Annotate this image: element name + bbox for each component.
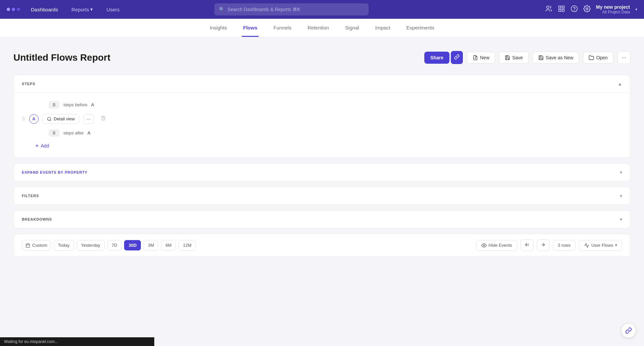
search-bar[interactable]: 🔍	[214, 3, 369, 15]
steps-before-count: 0	[49, 101, 59, 109]
steps-after-label: steps after A	[63, 130, 91, 135]
grid-icon[interactable]	[558, 5, 565, 14]
report-header: Untitled Flows Report Share New Save	[13, 51, 631, 64]
expand-events-header[interactable]: EXPAND EVENTS BY PROPERTY ▾	[14, 164, 630, 181]
user-flows-button[interactable]: User Flows ▾	[579, 240, 622, 251]
filters-header[interactable]: FILTERS ▾	[14, 187, 630, 205]
share-link-button[interactable]	[451, 51, 463, 64]
main-content: Untitled Flows Report Share New Save	[0, 38, 644, 269]
steps-section-title: STEPS	[22, 82, 35, 86]
steps-after-row: 0 steps after A	[22, 126, 622, 139]
nav-reports[interactable]: Reports ▾	[69, 5, 96, 14]
svg-point-0	[546, 6, 549, 8]
tab-impact[interactable]: Impact	[374, 19, 392, 37]
settings-icon[interactable]	[583, 5, 591, 14]
30d-button[interactable]: 30D	[124, 240, 141, 250]
arrow-right-button[interactable]	[537, 239, 549, 251]
open-button[interactable]: Open	[583, 52, 613, 64]
6m-button[interactable]: 6M	[161, 240, 176, 250]
right-controls: Hide Events 3 rows User Flows ▾	[476, 239, 622, 251]
12m-button[interactable]: 12M	[178, 240, 196, 250]
tab-flows[interactable]: Flows	[242, 19, 259, 37]
step-delete-button[interactable]	[98, 114, 109, 124]
steps-before-row: 0 steps before A	[22, 98, 622, 111]
steps-content: 0 steps before A ⠿ A Detail view ···	[14, 93, 630, 158]
search-input[interactable]	[227, 7, 364, 12]
yesterday-button[interactable]: Yesterday	[77, 240, 105, 250]
add-step-button[interactable]: + Add	[22, 141, 622, 151]
new-button[interactable]: New	[467, 52, 495, 64]
breakdowns-panel: BREAKDOWNS ▾	[13, 210, 631, 228]
save-button[interactable]: Save	[499, 52, 529, 64]
arrow-left-button[interactable]	[521, 239, 533, 251]
tab-signal[interactable]: Signal	[344, 19, 361, 37]
help-icon[interactable]	[571, 5, 578, 14]
share-button[interactable]: Share	[424, 52, 449, 64]
steps-collapse-icon: ▲	[618, 81, 622, 86]
hide-events-button[interactable]: Hide Events	[476, 240, 517, 251]
main-step-row: ⠿ A Detail view ···	[22, 111, 622, 126]
filters-chevron-icon: ▾	[620, 193, 622, 198]
nav-dots	[7, 8, 20, 11]
svg-point-7	[586, 8, 588, 10]
expand-events-chevron-icon: ▾	[620, 170, 622, 175]
svg-point-10	[48, 117, 51, 120]
tab-insights[interactable]: Insights	[208, 19, 228, 37]
drag-handle-icon[interactable]: ⠿	[22, 116, 25, 122]
today-button[interactable]: Today	[54, 240, 74, 250]
add-icon: +	[35, 143, 39, 149]
project-selector[interactable]: My new project All Project Data	[596, 4, 630, 14]
rows-selector[interactable]: 3 rows	[553, 240, 576, 250]
svg-rect-1	[559, 6, 561, 8]
header-actions: Share New Save Save as New Open	[424, 51, 631, 64]
sub-navigation: Insights Flows Funnels Retention Signal …	[0, 19, 644, 38]
breakdowns-chevron-icon: ▾	[620, 217, 622, 222]
share-button-group: Share	[424, 51, 463, 64]
tab-experiments[interactable]: Experiments	[405, 19, 436, 37]
step-more-button[interactable]: ···	[83, 114, 94, 124]
svg-rect-4	[562, 9, 564, 11]
detail-view-button[interactable]: Detail view	[43, 114, 79, 124]
status-bar: Waiting for eu.mixpanel.com...	[0, 337, 154, 346]
steps-before-label: steps before A	[63, 102, 94, 107]
top-navigation: Dashboards Reports ▾ Users 🔍 My new proj…	[0, 0, 644, 19]
report-title: Untitled Flows Report	[13, 52, 110, 63]
filters-panel: FILTERS ▾	[13, 187, 631, 205]
tab-retention[interactable]: Retention	[306, 19, 330, 37]
nav-right-icons: My new project All Project Data ▾	[545, 4, 637, 14]
7d-button[interactable]: 7D	[107, 240, 122, 250]
search-icon: 🔍	[219, 7, 225, 12]
save-as-new-button[interactable]: Save as New	[533, 52, 579, 64]
svg-point-6	[574, 10, 574, 10]
reports-chevron-icon: ▾	[90, 6, 93, 12]
nav-dot-3	[17, 8, 20, 11]
step-letter-badge: A	[29, 114, 39, 124]
user-flows-chevron-icon: ▾	[615, 243, 617, 247]
breakdowns-header[interactable]: BREAKDOWNS ▾	[14, 211, 630, 228]
tab-funnels[interactable]: Funnels	[272, 19, 292, 37]
nav-dashboards[interactable]: Dashboards	[28, 5, 61, 14]
steps-panel: STEPS ▲ 0 steps before A ⠿ A	[13, 75, 631, 158]
audience-icon[interactable]	[545, 5, 552, 14]
expand-events-panel: EXPAND EVENTS BY PROPERTY ▾	[13, 163, 631, 181]
svg-rect-2	[562, 6, 564, 8]
filters-title: FILTERS	[22, 194, 39, 198]
svg-line-11	[50, 120, 51, 121]
svg-rect-12	[26, 244, 30, 247]
custom-date-button[interactable]: Custom	[22, 240, 51, 250]
expand-events-title: EXPAND EVENTS BY PROPERTY	[22, 170, 88, 174]
svg-rect-3	[559, 9, 561, 11]
project-chevron-icon[interactable]: ▾	[635, 7, 637, 12]
nav-dot-2	[12, 8, 15, 11]
more-options-button[interactable]: ···	[618, 51, 631, 64]
breakdowns-title: BREAKDOWNS	[22, 217, 52, 221]
steps-section-header[interactable]: STEPS ▲	[14, 75, 630, 93]
float-link-button[interactable]	[621, 323, 636, 338]
time-toolbar: Custom Today Yesterday 7D 30D 3M 6M 12M …	[13, 234, 631, 257]
nav-dot-1	[7, 8, 10, 11]
steps-after-count: 0	[49, 129, 59, 137]
3m-button[interactable]: 3M	[144, 240, 158, 250]
nav-users[interactable]: Users	[104, 5, 122, 14]
svg-point-16	[483, 245, 485, 246]
